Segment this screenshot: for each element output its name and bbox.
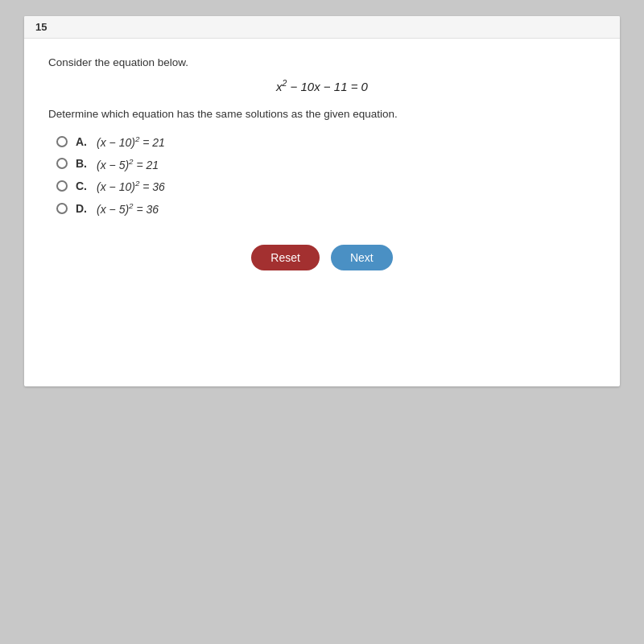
reset-button[interactable]: Reset: [251, 245, 320, 270]
label-c: C.: [76, 180, 90, 192]
buttons-row: Reset Next: [48, 245, 596, 270]
radio-d[interactable]: [56, 203, 68, 214]
main-equation: x2 − 10x − 11 = 0: [48, 78, 596, 93]
option-d[interactable]: D. (x − 5)2 = 36: [56, 201, 596, 216]
next-button[interactable]: Next: [331, 245, 393, 270]
instruction-text: Consider the equation below.: [48, 56, 596, 68]
options-list: A. (x − 10)2 = 21 B. (x − 5)2 = 21 C. (x…: [56, 134, 596, 216]
math-d: (x − 5)2 = 36: [97, 201, 159, 216]
sub-instruction: Determine which equation has the same so…: [48, 108, 596, 120]
question-body: Consider the equation below. x2 − 10x − …: [24, 39, 620, 295]
option-a[interactable]: A. (x − 10)2 = 21: [56, 134, 596, 149]
option-c[interactable]: C. (x − 10)2 = 36: [56, 179, 596, 193]
math-b: (x − 5)2 = 21: [97, 157, 159, 171]
question-number: 15: [24, 16, 620, 39]
label-b: B.: [76, 157, 90, 170]
math-c: (x − 10)2 = 36: [97, 179, 165, 193]
question-card: 15 Consider the equation below. x2 − 10x…: [24, 16, 620, 386]
label-a: A.: [76, 135, 90, 148]
radio-c[interactable]: [56, 180, 68, 192]
option-b[interactable]: B. (x − 5)2 = 21: [56, 157, 596, 171]
label-d: D.: [76, 202, 90, 215]
math-a: (x − 10)2 = 21: [97, 134, 165, 149]
radio-b[interactable]: [56, 158, 68, 169]
radio-a[interactable]: [56, 136, 68, 147]
